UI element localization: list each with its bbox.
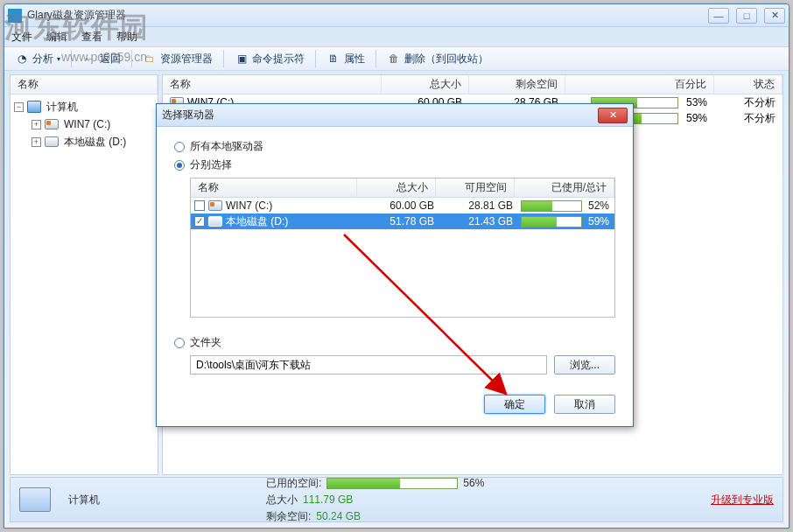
drive-list: 名称 总大小 可用空间 已使用/总计 WIN7 (C:) 60.00 GB 28…	[190, 178, 615, 318]
menubar: 文件 编辑 查看 帮助	[4, 27, 789, 46]
drive-select-dialog: 选择驱动器 ✕ 所有本地驱动器 分别选择 名称 总大小 可用空间 已使用/总计 …	[156, 103, 634, 427]
menu-view[interactable]: 查看	[81, 30, 102, 45]
toolbar-explorer[interactable]: 🗀 资源管理器	[137, 50, 218, 68]
collapse-icon[interactable]: −	[14, 102, 24, 112]
terminal-icon: ▣	[235, 52, 249, 66]
radio-icon	[174, 338, 185, 348]
drive-icon	[208, 200, 222, 211]
toolbar-delete[interactable]: 🗑 删除（到回收站）	[382, 50, 494, 68]
col-total[interactable]: 总大小	[382, 75, 469, 94]
dialog-titlebar[interactable]: 选择驱动器 ✕	[157, 104, 633, 127]
statusbar: 计算机 已用的空间: 56% 总大小 111.79 GB 剩余空间: 50.24…	[10, 477, 783, 522]
close-button[interactable]: ✕	[764, 8, 785, 24]
drive-row[interactable]: 本地磁盘 (D:) 51.78 GB 21.43 GB 59%	[191, 214, 614, 229]
folder-path-input[interactable]	[190, 355, 547, 374]
col-total[interactable]: 总大小	[357, 178, 436, 197]
status-name: 计算机	[68, 493, 100, 508]
tree-root[interactable]: − 计算机	[14, 98, 154, 116]
dialog-close-button[interactable]: ✕	[598, 108, 628, 123]
col-free[interactable]: 剩余空间	[469, 75, 565, 94]
pie-icon: ◔	[15, 52, 29, 66]
minimize-button[interactable]: —	[708, 8, 729, 24]
checkbox[interactable]	[194, 200, 205, 211]
col-percent[interactable]: 百分比	[565, 75, 714, 94]
drive-icon	[45, 119, 59, 130]
expand-icon[interactable]: +	[32, 120, 41, 130]
tree-drive-c[interactable]: + WIN7 (C:)	[14, 116, 154, 133]
col-avail[interactable]: 可用空间	[436, 178, 515, 197]
radio-folder[interactable]: 文件夹	[174, 335, 615, 350]
radio-icon	[174, 160, 185, 171]
checkbox[interactable]	[194, 216, 205, 227]
toolbar: ◔ 分析 ▾ ← 返回 🗀 资源管理器 ▣ 命令提示符 🗎 属性 🗑 删除（到回…	[4, 46, 789, 71]
usage-bar	[326, 478, 458, 489]
menu-file[interactable]: 文件	[11, 30, 32, 45]
app-icon	[8, 9, 22, 23]
tree-pane: 名称 − 计算机 + WIN7 (C:) + 本地磁盘 (D:)	[10, 74, 158, 475]
col-name[interactable]: 名称	[191, 178, 357, 197]
dialog-title: 选择驱动器	[162, 108, 214, 122]
toolbar-cmd[interactable]: ▣ 命令提示符	[229, 50, 310, 68]
computer-icon	[19, 487, 51, 512]
radio-select-individual[interactable]: 分别选择	[174, 158, 615, 172]
toolbar-analyze[interactable]: ◔ 分析 ▾	[10, 50, 66, 68]
col-used[interactable]: 已使用/总计	[515, 178, 614, 197]
dropdown-icon: ▾	[57, 55, 60, 63]
ok-button[interactable]: 确定	[484, 395, 545, 414]
cancel-button[interactable]: 取消	[554, 395, 615, 414]
browse-button[interactable]: 浏览...	[554, 355, 615, 374]
back-icon: ←	[82, 52, 96, 66]
radio-icon	[174, 142, 185, 152]
menu-help[interactable]: 帮助	[116, 30, 137, 45]
tree-drive-d[interactable]: + 本地磁盘 (D:)	[14, 133, 154, 150]
tree-header-name[interactable]: 名称	[11, 75, 158, 94]
usage-bar	[521, 200, 582, 212]
col-name[interactable]: 名称	[163, 75, 382, 94]
folder-icon: 🗀	[143, 52, 157, 66]
maximize-button[interactable]: □	[736, 8, 757, 24]
window-title: Glary磁盘资源管理器	[27, 8, 708, 23]
drive-icon	[208, 216, 222, 227]
usage-bar	[521, 216, 582, 228]
drive-icon	[45, 136, 59, 147]
upgrade-link[interactable]: 升级到专业版	[711, 493, 774, 508]
computer-icon	[27, 101, 41, 113]
toolbar-properties[interactable]: 🗎 属性	[321, 50, 370, 68]
properties-icon: 🗎	[326, 52, 340, 66]
expand-icon[interactable]: +	[32, 137, 41, 147]
titlebar[interactable]: Glary磁盘资源管理器 — □ ✕	[4, 4, 789, 27]
menu-edit[interactable]: 编辑	[46, 30, 67, 45]
trash-icon: 🗑	[387, 52, 401, 66]
drive-row[interactable]: WIN7 (C:) 60.00 GB 28.81 GB 52%	[191, 198, 614, 214]
toolbar-back[interactable]: ← 返回	[77, 50, 126, 68]
col-status[interactable]: 状态	[714, 75, 782, 94]
radio-all-drives[interactable]: 所有本地驱动器	[174, 139, 615, 154]
